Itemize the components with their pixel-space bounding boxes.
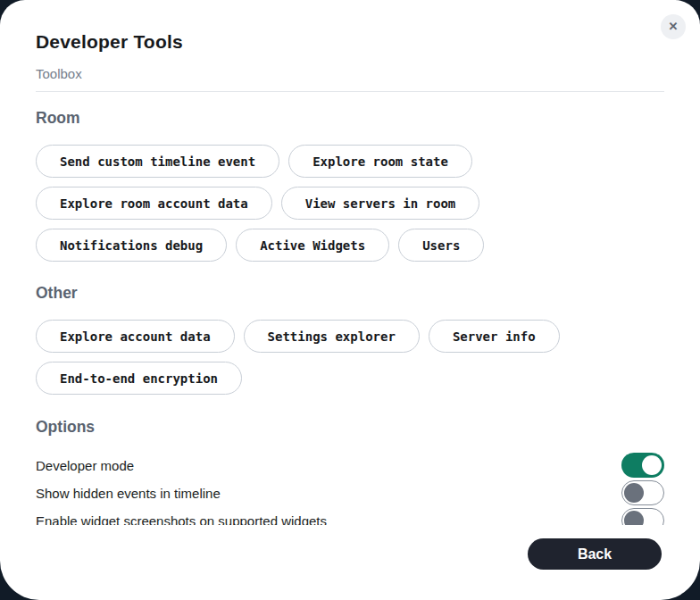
toggle-knob bbox=[624, 511, 644, 525]
option-row-developer-mode: Developer mode bbox=[36, 453, 664, 478]
room-buttons: Send custom timeline event Explore room … bbox=[36, 145, 664, 262]
toggle-knob bbox=[642, 455, 662, 475]
section-heading-room: Room bbox=[36, 109, 664, 128]
widget-screenshots-toggle[interactable] bbox=[621, 508, 664, 525]
explore-account-data-button[interactable]: Explore account data bbox=[36, 320, 235, 353]
active-widgets-button[interactable]: Active Widgets bbox=[236, 229, 389, 262]
explore-room-state-button[interactable]: Explore room state bbox=[288, 145, 472, 178]
dialog-subtitle: Toolbox bbox=[36, 66, 664, 92]
other-buttons: Explore account data Settings explorer S… bbox=[36, 320, 664, 395]
back-button[interactable]: Back bbox=[528, 538, 662, 570]
close-icon[interactable]: ✕ bbox=[661, 14, 686, 39]
show-hidden-events-toggle[interactable] bbox=[621, 480, 664, 505]
users-button[interactable]: Users bbox=[398, 229, 484, 262]
explore-room-account-data-button[interactable]: Explore room account data bbox=[36, 187, 272, 220]
dialog-content: Developer Tools Toolbox Room Send custom… bbox=[0, 0, 700, 525]
developer-tools-dialog: ✕ Developer Tools Toolbox Room Send cust… bbox=[0, 0, 700, 600]
developer-mode-toggle[interactable] bbox=[621, 453, 664, 478]
view-servers-in-room-button[interactable]: View servers in room bbox=[281, 187, 480, 220]
toggle-knob bbox=[624, 483, 644, 503]
server-info-button[interactable]: Server info bbox=[429, 320, 560, 353]
option-label: Enable widget screenshots on supported w… bbox=[36, 513, 327, 526]
option-label: Developer mode bbox=[36, 458, 134, 473]
option-row-widget-screenshots: Enable widget screenshots on supported w… bbox=[36, 508, 664, 525]
option-label: Show hidden events in timeline bbox=[36, 486, 221, 501]
option-row-show-hidden-events: Show hidden events in timeline bbox=[36, 480, 664, 505]
notifications-debug-button[interactable]: Notifications debug bbox=[36, 229, 227, 262]
settings-explorer-button[interactable]: Settings explorer bbox=[244, 320, 420, 353]
options-list: Developer mode Show hidden events in tim… bbox=[36, 453, 664, 525]
section-heading-options: Options bbox=[36, 418, 664, 437]
end-to-end-encryption-button[interactable]: End-to-end encryption bbox=[36, 362, 242, 395]
page-title: Developer Tools bbox=[36, 0, 664, 54]
section-heading-other: Other bbox=[36, 284, 664, 303]
send-custom-timeline-event-button[interactable]: Send custom timeline event bbox=[36, 145, 279, 178]
